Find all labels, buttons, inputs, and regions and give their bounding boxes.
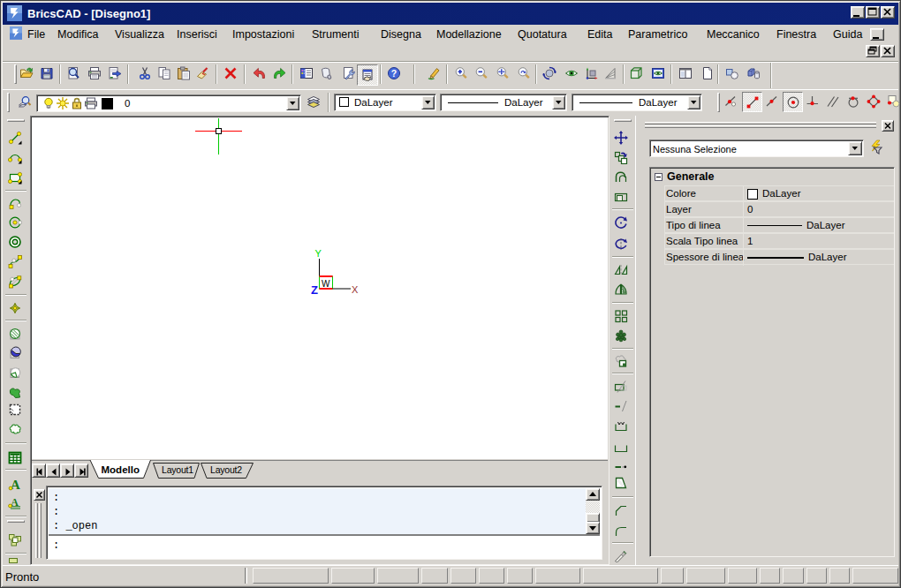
svg-text:Layout1: Layout1 <box>162 464 193 475</box>
svg-text:X: X <box>352 284 359 295</box>
svg-text:Y: Y <box>315 248 322 259</box>
svg-text:Modello: Modello <box>102 464 140 475</box>
svg-text:Z: Z <box>311 283 318 297</box>
svg-text:W: W <box>322 279 330 289</box>
svg-text:?: ? <box>391 68 397 79</box>
svg-text:Layout2: Layout2 <box>210 464 242 475</box>
